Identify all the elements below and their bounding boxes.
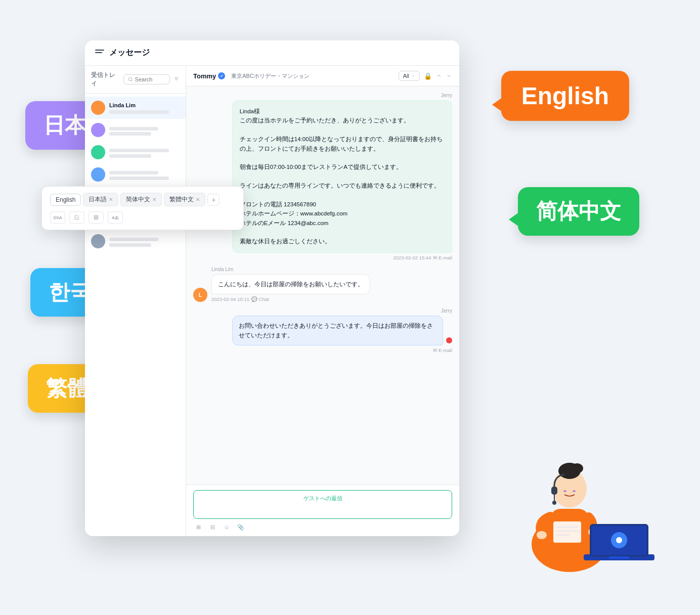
window-header: メッセージ [85, 40, 459, 66]
sidebar-item-7[interactable] [85, 230, 186, 252]
sidebar: 受信トレイ Linda Lim [85, 66, 186, 536]
sidebar-header: 受信トレイ [85, 66, 186, 94]
sidebar-text [109, 169, 180, 180]
avatar [91, 234, 105, 248]
chevron-down-icon-2 [446, 73, 452, 79]
format-icon-1[interactable]: DSA [50, 211, 65, 224]
format-icon-2[interactable] [69, 211, 84, 224]
lock-icon: 🔒 [424, 72, 432, 80]
message-meta: ✉ E-mail [232, 347, 452, 353]
avatar [91, 167, 105, 182]
sidebar-list: Linda Lim [85, 94, 186, 536]
chat-messages: Jerry Linda様 この度は当ホテルをご予約いただき、ありがとうございます… [186, 86, 459, 485]
sidebar-preview [109, 127, 158, 130]
sidebar-item-2[interactable] [85, 119, 186, 141]
sidebar-item-3[interactable] [85, 141, 186, 163]
unread-dot [446, 337, 452, 343]
tab-simplified[interactable]: 简体中文 ✕ [120, 193, 162, 206]
reply-toolbar: ⊞ ⊟ ☺ 📎 [193, 523, 452, 531]
grid-icon [93, 215, 99, 220]
link-tool[interactable]: 📎 [236, 523, 246, 531]
reply-input-container[interactable]: ゲストへの返信 [193, 490, 452, 519]
svg-rect-29 [609, 556, 629, 559]
sender-label: Jerry [232, 308, 452, 314]
sidebar-preview-2 [109, 177, 169, 180]
chat-user-name: Tommy ✓ [193, 72, 225, 80]
svg-rect-4 [94, 215, 96, 217]
window-body: 受信トレイ Linda Lim [85, 66, 459, 536]
sidebar-item-1[interactable]: Linda Lim [85, 97, 186, 119]
sidebar-text [109, 236, 180, 247]
sidebar-preview-2 [109, 243, 151, 247]
sidebar-preview-2 [109, 132, 151, 136]
message-1: Jerry Linda様 この度は当ホテルをご予約いただき、ありがとうございます… [232, 93, 452, 260]
tab-japanese[interactable]: 日本語 ✕ [83, 193, 118, 206]
laptop-illustration [579, 519, 660, 569]
format-icon-4[interactable]: Aあ [108, 211, 123, 224]
sidebar-item-4[interactable] [85, 163, 186, 186]
reply-text[interactable] [200, 504, 446, 514]
add-language-button[interactable]: + [207, 194, 220, 206]
svg-point-21 [573, 490, 576, 492]
sender-label: Jerry [232, 93, 452, 98]
chevron-up-icon [436, 73, 442, 79]
sidebar-name: Linda Lim [109, 102, 180, 108]
search-box[interactable] [123, 74, 170, 84]
avatar: L [193, 288, 207, 302]
svg-rect-6 [94, 218, 96, 219]
check-square-icon [74, 215, 80, 220]
file-tool[interactable]: ⊟ [207, 523, 217, 531]
menu-icon [95, 50, 104, 57]
reply-area: ゲストへの返信 ⊞ ⊟ ☺ 📎 [186, 485, 459, 536]
svg-rect-5 [97, 215, 98, 217]
filter-icon[interactable] [173, 76, 180, 82]
hotel-name: 東京ABCホリデー・マンション [231, 72, 310, 80]
app-window: メッセージ 受信トレイ [85, 40, 459, 536]
tab-english[interactable]: English [50, 194, 81, 206]
search-input[interactable] [135, 76, 165, 82]
language-tabs-row: English 日本語 ✕ 简体中文 ✕ 繁體中文 ✕ + [50, 193, 235, 206]
svg-point-20 [563, 490, 566, 492]
close-traditional-tab[interactable]: ✕ [196, 197, 200, 202]
sidebar-preview [109, 110, 169, 114]
filter-dropdown[interactable]: All [399, 71, 420, 81]
format-icon-3[interactable] [89, 211, 104, 224]
sidebar-preview-2 [109, 154, 151, 158]
sender-label: Linda Lim [211, 267, 370, 272]
close-japanese-tab[interactable]: ✕ [109, 197, 113, 202]
sidebar-text [109, 147, 180, 158]
emoji-tool[interactable]: ☺ [222, 523, 232, 531]
chat-header-right: All 🔒 [399, 71, 452, 81]
message-bubble: お問い合わせいただきありがとうございます。今日はお部屋の掃除をさせていただけます… [232, 316, 443, 345]
message-3: Jerry お問い合わせいただきありがとうございます。今日はお部屋の掃除をさせて… [232, 308, 452, 353]
chat-area: Tommy ✓ 東京ABCホリデー・マンション All 🔒 [186, 66, 459, 536]
sidebar-text: Linda Lim [109, 102, 180, 114]
svg-point-16 [571, 463, 583, 473]
image-tool[interactable]: ⊞ [193, 523, 203, 531]
simplified-chinese-bubble: 简体中文 [518, 187, 639, 236]
sidebar-preview [109, 238, 158, 241]
message-meta: 2023-02-02 15:44 ✉ E-mail [232, 255, 452, 260]
svg-rect-17 [551, 487, 557, 495]
message-content: Linda Lim こんにちは、今日は部屋の掃除をお願いしたいです。 2023-… [211, 267, 370, 302]
svg-rect-10 [553, 521, 581, 543]
svg-rect-7 [97, 218, 98, 219]
sidebar-preview [109, 171, 158, 174]
svg-point-19 [552, 501, 556, 505]
language-tab-popup: English 日本語 ✕ 简体中文 ✕ 繁體中文 ✕ + DSA [41, 186, 244, 230]
tab-traditional[interactable]: 繁體中文 ✕ [164, 193, 205, 206]
message-bubble: こんにちは、今日は部屋の掃除をお願いしたいです。 [211, 274, 370, 294]
reply-label: ゲストへの返信 [200, 495, 446, 502]
avatar [91, 145, 105, 159]
svg-point-22 [537, 531, 547, 539]
svg-point-0 [128, 77, 132, 81]
english-bubble: English [501, 71, 629, 121]
avatar [91, 123, 105, 137]
chevron-down-icon [411, 74, 415, 78]
sidebar-text [109, 125, 180, 136]
verified-badge: ✓ [218, 72, 225, 79]
chat-header: Tommy ✓ 東京ABCホリデー・マンション All 🔒 [186, 66, 459, 86]
message-bubble: Linda様 この度は当ホテルをご予約いただき、ありがとうございます。 チェック… [232, 100, 452, 253]
close-simplified-tab[interactable]: ✕ [152, 197, 156, 202]
msg-row: お問い合わせいただきありがとうございます。今日はお部屋の掃除をさせていただけます… [232, 316, 452, 345]
